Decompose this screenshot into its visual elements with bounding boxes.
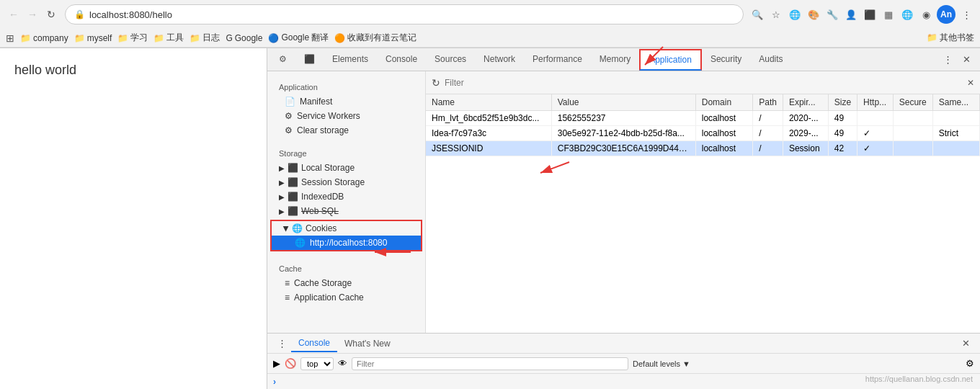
sidebar-item-cookies[interactable]: ▶ 🌐 Cookies bbox=[272, 221, 421, 236]
bookmark-tools[interactable]: 📁 工具 bbox=[153, 32, 184, 44]
star-icon[interactable]: ☆ bbox=[768, 6, 784, 22]
console-clear-icon[interactable]: 🚫 bbox=[285, 358, 296, 369]
devtools-close-icon[interactable]: ✕ bbox=[958, 52, 974, 68]
console-sidebar-toggle[interactable]: ▶ bbox=[273, 358, 280, 369]
col-value[interactable]: Value bbox=[551, 94, 695, 111]
bookmark-study[interactable]: 📁 学习 bbox=[117, 32, 148, 44]
tab-security[interactable]: Security bbox=[702, 50, 750, 70]
table-row[interactable]: JSESSIONIDCF3BD29C30E15C6A1999D44F6...lo… bbox=[426, 141, 980, 156]
col-domain[interactable]: Domain bbox=[695, 94, 753, 111]
col-name[interactable]: Name bbox=[426, 94, 551, 111]
extension6-icon[interactable]: ▦ bbox=[881, 6, 896, 22]
sidebar-item-cookies-url[interactable]: 🌐 http://localhost:8080 bbox=[272, 236, 421, 250]
table-cell: / bbox=[753, 126, 783, 141]
tab-application[interactable]: Application bbox=[639, 49, 702, 71]
col-samesite[interactable]: Same... bbox=[932, 94, 979, 111]
console-gear-icon[interactable]: ⚙ bbox=[966, 358, 974, 369]
col-http[interactable]: Http... bbox=[858, 94, 894, 111]
apps-grid-icon[interactable]: ⊞ bbox=[6, 32, 14, 44]
col-size[interactable]: Size bbox=[828, 94, 857, 111]
col-secure[interactable]: Secure bbox=[893, 94, 932, 111]
tab-console-bottom[interactable]: Console bbox=[291, 335, 337, 352]
extension4-icon[interactable]: 👤 bbox=[843, 6, 859, 22]
bookmark-google[interactable]: G Google bbox=[226, 33, 262, 43]
devtools-more-icon[interactable]: ⋮ bbox=[940, 52, 956, 68]
sidebar-item-session-storage[interactable]: ▶ ⬛ Session Storage bbox=[267, 175, 425, 189]
cache-storage-icon: ≡ bbox=[285, 278, 290, 288]
sidebar-item-indexeddb[interactable]: ▶ ⬛ IndexedDB bbox=[267, 189, 425, 204]
address-bar[interactable]: 🔒 localhost:8080/hello bbox=[65, 4, 744, 24]
filter-input[interactable] bbox=[445, 78, 963, 88]
bookmark-other[interactable]: 📁 其他书签 bbox=[927, 32, 974, 44]
col-expires[interactable]: Expir... bbox=[783, 94, 828, 111]
console-eye-icon[interactable]: 👁 bbox=[338, 358, 347, 369]
extension3-icon[interactable]: 🔧 bbox=[824, 6, 840, 22]
table-cell: 42 bbox=[828, 141, 857, 156]
extension1-icon[interactable]: 🌐 bbox=[787, 6, 803, 22]
console-prompt: › bbox=[273, 377, 276, 387]
console-toolbar: ▶ 🚫 top 👁 Default levels ▼ ⚙ bbox=[267, 354, 980, 374]
table-cell: 49 bbox=[828, 111, 857, 126]
sidebar-item-manifest[interactable]: 📄 Manifest bbox=[267, 94, 425, 109]
cookies-table: Name Value Domain Path Expir... Size Htt… bbox=[426, 94, 980, 333]
tab-memory[interactable]: Memory bbox=[591, 50, 639, 70]
back-button[interactable]: ← bbox=[6, 6, 22, 22]
sidebar-item-app-cache[interactable]: ≡ Application Cache bbox=[267, 290, 425, 305]
table-row[interactable]: Idea-f7c97a3c30e5e927-11e2-4bdb-b25d-f8a… bbox=[426, 126, 980, 141]
forward-button[interactable]: → bbox=[24, 6, 40, 22]
console-filter-input[interactable] bbox=[352, 357, 628, 370]
page-content: hello world bbox=[0, 48, 267, 389]
page-heading: hello world bbox=[14, 63, 76, 77]
devtools-tab-bar: ⚙ ⬛ Elements Console Sources Network Per… bbox=[267, 48, 980, 71]
default-levels-label[interactable]: Default levels ▼ bbox=[633, 359, 690, 368]
table-cell: Idea-f7c97a3c bbox=[426, 126, 551, 141]
section-cache-label: Cache bbox=[267, 259, 425, 276]
tab-whats-new[interactable]: What's New bbox=[337, 336, 398, 352]
tab-sources[interactable]: Sources bbox=[426, 50, 475, 70]
sidebar-item-clear-storage[interactable]: ⚙ Clear storage bbox=[267, 123, 425, 138]
extension2-icon[interactable]: 🎨 bbox=[806, 6, 821, 22]
col-path[interactable]: Path bbox=[753, 94, 783, 111]
tab-network[interactable]: Network bbox=[475, 50, 524, 70]
tab-devtools-settings[interactable]: ⚙ bbox=[270, 50, 295, 70]
sidebar-local-storage-label: Local Storage bbox=[301, 163, 355, 173]
devtools-tab-actions: ⋮ ✕ bbox=[937, 52, 977, 68]
table-row[interactable]: Hm_lvt_6bcd52f51e9b3dc...1562555237local… bbox=[426, 111, 980, 126]
tab-audits[interactable]: Audits bbox=[750, 50, 791, 70]
sidebar-item-service-workers[interactable]: ⚙ Service Workers bbox=[267, 109, 425, 123]
bookmark-company[interactable]: 📁 company bbox=[20, 33, 68, 43]
sidebar-cookies-url-label: http://localhost:8080 bbox=[310, 238, 387, 248]
table-cell: Hm_lvt_6bcd52f51e9b3dc... bbox=[426, 111, 551, 126]
sidebar-item-websql[interactable]: ▶ ⬛ Web SQL bbox=[267, 204, 425, 218]
bookmark-translate[interactable]: 🔵 Google 翻译 bbox=[268, 32, 329, 44]
context-selector[interactable]: top bbox=[300, 357, 334, 370]
nav-buttons: ← → ↻ bbox=[6, 6, 59, 22]
profile-avatar[interactable]: An bbox=[937, 5, 956, 24]
table-cell bbox=[893, 126, 932, 141]
sidebar-item-local-storage[interactable]: ▶ ⬛ Local Storage bbox=[267, 161, 425, 175]
bookmark-youdao[interactable]: 🟠 收藏到有道云笔记 bbox=[334, 32, 416, 44]
filter-clear-icon[interactable]: ✕ bbox=[967, 78, 974, 88]
table-cell: 2020-... bbox=[783, 111, 828, 126]
extension5-icon[interactable]: ⬛ bbox=[862, 6, 878, 22]
bookmark-log[interactable]: 📁 日志 bbox=[190, 32, 220, 44]
table-cell: / bbox=[753, 141, 783, 156]
refresh-cookies-button[interactable]: ↻ bbox=[432, 77, 440, 89]
section-application-label: Application bbox=[267, 77, 425, 94]
bookmark-myself[interactable]: 📁 myself bbox=[74, 33, 112, 43]
extension8-icon[interactable]: ◉ bbox=[918, 6, 934, 22]
tab-performance[interactable]: Performance bbox=[524, 50, 591, 70]
tab-devtools-dock[interactable]: ⬛ bbox=[295, 50, 324, 70]
tab-elements[interactable]: Elements bbox=[324, 50, 377, 70]
sidebar-item-cache-storage[interactable]: ≡ Cache Storage bbox=[267, 276, 425, 290]
devtools-body: Application 📄 Manifest ⚙ Service Workers… bbox=[267, 71, 980, 333]
sidebar-session-storage-label: Session Storage bbox=[301, 177, 365, 187]
refresh-button[interactable]: ↻ bbox=[43, 6, 59, 22]
console-settings-icon[interactable]: ⋮ bbox=[273, 338, 291, 349]
extension7-icon[interactable]: 🌐 bbox=[899, 6, 915, 22]
search-icon[interactable]: 🔍 bbox=[749, 6, 765, 22]
tab-console[interactable]: Console bbox=[377, 50, 426, 70]
manifest-icon: 📄 bbox=[285, 97, 295, 107]
console-close-icon[interactable]: ✕ bbox=[958, 338, 974, 349]
menu-icon[interactable]: ⋮ bbox=[958, 6, 974, 22]
